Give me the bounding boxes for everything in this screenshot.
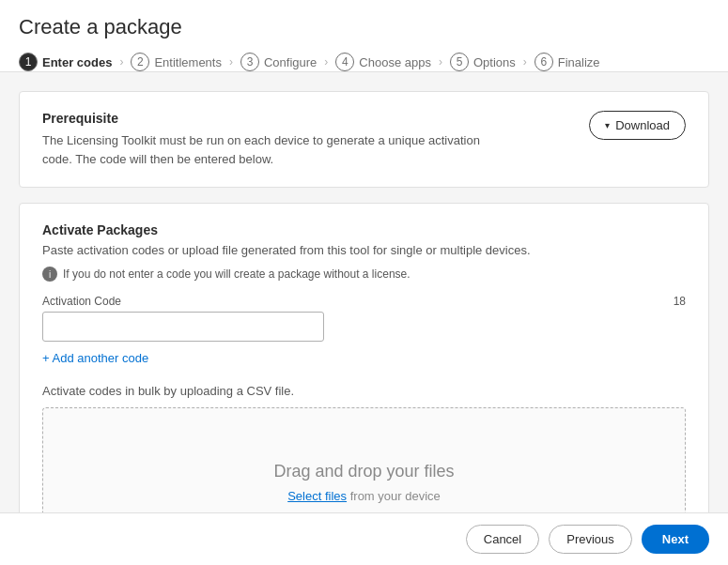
activation-code-input[interactable] bbox=[42, 312, 324, 342]
step-sep-3: › bbox=[324, 55, 328, 69]
footer: Cancel Previous Next bbox=[0, 512, 728, 565]
info-icon: i bbox=[42, 267, 57, 282]
prerequisite-description: The Licensing Toolkit must be run on eac… bbox=[42, 131, 493, 168]
step-2: 2 Entitlements bbox=[131, 53, 222, 71]
activate-description: Paste activation codes or upload file ge… bbox=[42, 243, 686, 257]
step-5: 5 Options bbox=[450, 53, 516, 71]
step-sep-1: › bbox=[119, 55, 123, 69]
step-1-number: 1 bbox=[19, 53, 38, 71]
step-6-label: Finalize bbox=[558, 55, 600, 69]
step-5-number: 5 bbox=[450, 53, 469, 71]
step-6-number: 6 bbox=[534, 53, 553, 71]
step-5-label: Options bbox=[473, 55, 516, 69]
download-label: Download bbox=[615, 118, 670, 132]
step-6: 6 Finalize bbox=[534, 53, 600, 71]
drop-zone-sub: Select files from your device bbox=[287, 489, 441, 503]
previous-button[interactable]: Previous bbox=[549, 525, 632, 554]
prerequisite-title: Prerequisite bbox=[42, 111, 493, 126]
info-row: i If you do not enter a code you will cr… bbox=[42, 267, 686, 282]
step-1-label: Enter codes bbox=[42, 55, 112, 69]
step-3-label: Configure bbox=[264, 55, 317, 69]
bulk-upload-label: Activate codes in bulk by uploading a CS… bbox=[42, 384, 686, 398]
step-sep-2: › bbox=[229, 55, 233, 69]
step-4-label: Choose apps bbox=[359, 55, 431, 69]
step-sep-5: › bbox=[523, 55, 527, 69]
add-another-code-link[interactable]: + Add another code bbox=[42, 351, 148, 365]
step-2-label: Entitlements bbox=[154, 55, 222, 69]
download-button[interactable]: ▾ Download bbox=[589, 111, 686, 140]
next-button[interactable]: Next bbox=[642, 525, 709, 554]
activation-code-label: Activation Code bbox=[42, 295, 121, 308]
chevron-down-icon: ▾ bbox=[605, 120, 610, 130]
prerequisite-card: Prerequisite The Licensing Toolkit must … bbox=[19, 91, 709, 188]
step-1: 1 Enter codes bbox=[19, 53, 112, 71]
content-area: Prerequisite The Licensing Toolkit must … bbox=[0, 72, 728, 565]
drop-zone-text: Drag and drop your files bbox=[273, 462, 454, 481]
step-2-number: 2 bbox=[131, 53, 149, 71]
activate-packages-card: Activate Packages Paste activation codes… bbox=[19, 203, 709, 565]
cancel-button[interactable]: Cancel bbox=[466, 525, 539, 554]
info-text: If you do not enter a code you will crea… bbox=[63, 267, 410, 281]
step-4-number: 4 bbox=[335, 53, 354, 71]
step-4: 4 Choose apps bbox=[335, 53, 431, 71]
stepper: 1 Enter codes › 2 Entitlements › 3 Confi… bbox=[19, 53, 709, 71]
select-files-link[interactable]: Select files bbox=[287, 489, 347, 503]
page-title: Create a package bbox=[19, 15, 709, 39]
activation-code-count: 18 bbox=[674, 295, 686, 308]
step-sep-4: › bbox=[439, 55, 442, 69]
field-label-row: Activation Code 18 bbox=[42, 295, 686, 308]
step-3-number: 3 bbox=[240, 53, 259, 71]
step-3: 3 Configure bbox=[240, 53, 317, 71]
activate-title: Activate Packages bbox=[42, 222, 686, 237]
drop-zone-suffix: from your device bbox=[347, 489, 441, 503]
